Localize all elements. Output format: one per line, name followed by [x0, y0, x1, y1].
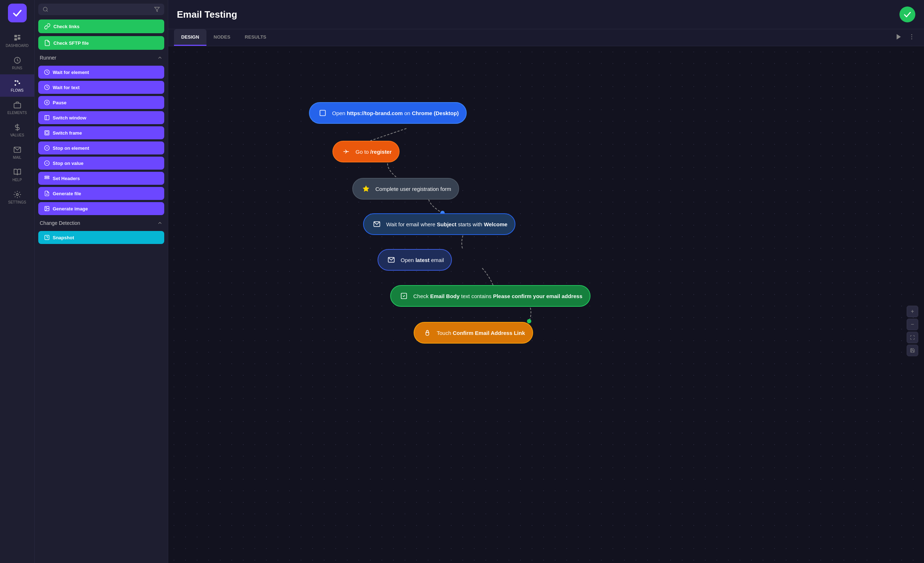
snapshot-label: Snapshot	[53, 235, 74, 240]
nav-label-flows: FLOWS	[11, 88, 24, 92]
more-options-button[interactable]	[905, 30, 918, 45]
svg-point-35	[911, 34, 912, 35]
tab-nodes[interactable]: NODES	[207, 29, 237, 46]
node-complete-form-text: Complete user registration form	[375, 186, 451, 192]
check-sftp-button[interactable]: Check SFTP file	[38, 36, 164, 50]
save-button[interactable]	[907, 344, 918, 356]
sidebar-search-bar[interactable]	[38, 4, 164, 15]
stop-on-value-label: Stop on value	[53, 160, 83, 166]
sidebar-item-mail[interactable]: MAIL	[0, 141, 34, 164]
node-goto-register[interactable]: Go to /register	[332, 141, 399, 162]
pause-button[interactable]: Pause	[38, 96, 164, 109]
zoom-in-button[interactable]: +	[907, 306, 918, 317]
node-goto-text: Go to /register	[356, 149, 392, 155]
wait-element-label: Wait for element	[53, 70, 89, 75]
node-wait-email[interactable]: Wait for email where Subject starts with…	[363, 213, 515, 235]
sidebar-item-help[interactable]: HELP	[0, 164, 34, 186]
svg-point-11	[44, 7, 47, 11]
runner-section-header[interactable]: Runner	[38, 53, 164, 63]
node-complete-form-icon	[360, 183, 372, 195]
svg-marker-34	[897, 34, 901, 40]
main-content: Email Testing DESIGN NODES RESULTS	[168, 0, 924, 563]
node-goto-icon	[340, 146, 352, 157]
timer-icon	[44, 69, 50, 75]
generate-file-button[interactable]: Generate file	[38, 187, 164, 200]
nav-label-settings: SETTINGS	[8, 200, 26, 204]
svg-point-32	[46, 208, 47, 209]
snapshot-button[interactable]: Snapshot	[38, 231, 164, 244]
node-complete-form[interactable]: Complete user registration form	[352, 178, 459, 199]
chevron-up-icon	[157, 55, 163, 61]
snapshot-icon	[44, 235, 50, 240]
main-header: Email Testing	[168, 0, 924, 29]
set-headers-label: Set Headers	[53, 176, 80, 181]
app-logo[interactable]	[8, 4, 27, 22]
chevron-up-icon-2	[157, 220, 163, 226]
node-touch-link[interactable]: Touch Confirm Email Address Link	[414, 322, 533, 344]
stop-on-value-button[interactable]: Stop on value	[38, 157, 164, 170]
sidebar-item-values[interactable]: VALUES	[0, 119, 34, 141]
svg-rect-40	[320, 111, 326, 116]
generate-image-button[interactable]: Generate image	[38, 202, 164, 215]
switch-frame-label: Switch frame	[53, 130, 82, 136]
node-open-email[interactable]: Open latest email	[378, 249, 452, 271]
zoom-out-button[interactable]: −	[907, 319, 918, 330]
svg-rect-28	[45, 178, 49, 179]
generate-image-label: Generate image	[53, 206, 88, 211]
svg-rect-22	[46, 132, 48, 134]
nav-label-elements: ELEMENTS	[8, 111, 27, 115]
sidebar-item-runs[interactable]: RUNS	[0, 52, 34, 74]
sidebar-item-settings[interactable]: SETTINGS	[0, 186, 34, 209]
search-icon	[43, 6, 48, 12]
switch-frame-button[interactable]: Switch frame	[38, 126, 164, 139]
svg-point-10	[16, 193, 18, 196]
flow-canvas: Open https://top-brand.com on Chrome (De…	[168, 46, 924, 563]
canvas-controls: + −	[907, 306, 918, 356]
change-detection-section-header[interactable]: Change Detection	[38, 218, 164, 228]
sidebar-item-dashboard[interactable]: DASHBOARD	[0, 30, 34, 52]
switch-window-button[interactable]: Switch window	[38, 111, 164, 124]
fit-screen-button[interactable]	[907, 332, 918, 343]
runner-section-label: Runner	[40, 55, 56, 61]
svg-point-37	[911, 39, 912, 40]
node-open-browser-icon	[317, 107, 328, 119]
node-check-body[interactable]: Check Email Body text contains Please co…	[390, 285, 591, 307]
svg-marker-42	[363, 186, 369, 192]
check-sftp-label: Check SFTP file	[53, 40, 89, 46]
headers-icon	[44, 175, 50, 181]
tabs-bar: DESIGN NODES RESULTS	[168, 29, 924, 46]
svg-point-16	[44, 100, 49, 105]
search-input[interactable]	[51, 7, 151, 12]
svg-rect-33	[45, 235, 49, 240]
node-open-email-text: Open latest email	[400, 257, 444, 263]
node-check-body-text: Check Email Body text contains Please co…	[413, 293, 582, 299]
stop-on-element-button[interactable]: Stop on element	[38, 141, 164, 154]
svg-rect-0	[14, 35, 16, 37]
run-button[interactable]	[892, 30, 905, 45]
generate-file-label: Generate file	[53, 191, 81, 196]
node-open-browser[interactable]: Open https://top-brand.com on Chrome (De…	[309, 102, 467, 124]
switch-window-label: Switch window	[53, 115, 86, 121]
page-title: Email Testing	[177, 9, 237, 20]
sidebar-item-elements[interactable]: ELEMENTS	[0, 97, 34, 119]
nav-label-dashboard: DASHBOARD	[6, 44, 28, 48]
runner-buttons: Wait for element Wait for text Pause Swi…	[38, 66, 164, 215]
svg-line-12	[46, 10, 48, 12]
link-icon	[44, 23, 51, 30]
node-open-email-icon	[386, 254, 397, 266]
node-wait-email-text: Wait for email where Subject starts with…	[386, 221, 507, 228]
set-headers-button[interactable]: Set Headers	[38, 172, 164, 185]
tab-results[interactable]: RESULTS	[237, 29, 274, 46]
tab-design[interactable]: DESIGN	[174, 29, 207, 46]
pause-label: Pause	[53, 100, 66, 105]
pause-icon	[44, 100, 50, 105]
nav-label-values: VALUES	[10, 133, 24, 137]
svg-point-36	[911, 36, 912, 37]
node-touch-link-text: Touch Confirm Email Address Link	[437, 330, 525, 336]
filter-icon	[154, 6, 160, 12]
check-links-button[interactable]: Check links	[38, 19, 164, 33]
wait-element-button[interactable]: Wait for element	[38, 66, 164, 79]
nav-label-mail: MAIL	[13, 156, 21, 160]
sidebar-item-flows[interactable]: FLOWS	[0, 74, 34, 97]
wait-text-button[interactable]: Wait for text	[38, 81, 164, 94]
